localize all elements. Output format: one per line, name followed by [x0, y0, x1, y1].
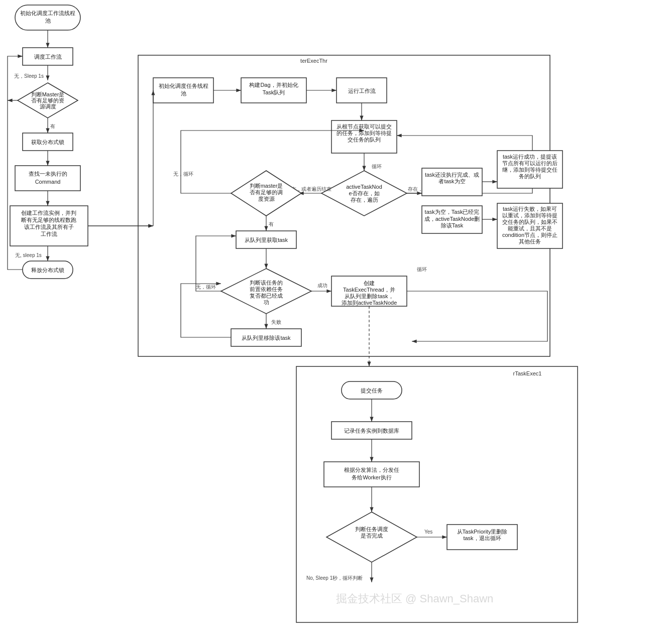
node-build-dag2: Task队列: [263, 89, 285, 95]
node-task-success4: 务的队列: [519, 173, 541, 179]
node-get-submittable: 从根节点获取可以提交: [337, 123, 392, 130]
svg-rect-43: [296, 366, 578, 622]
node-init-task-pool2: 池: [181, 90, 186, 96]
node-task-success: task运行成功，提提该: [503, 154, 557, 160]
node-task-empty2: 成，activeTaskNode删: [424, 216, 480, 222]
label-fail: 失败: [271, 319, 281, 325]
node-init-pool-label: 初始化调度工作流线程: [20, 10, 75, 16]
node-create-task-exec: 创建: [364, 280, 375, 286]
node-task-success2: 节点所有可以运行的后: [502, 160, 557, 166]
node-diamond-active3: 存在，遍历: [351, 197, 378, 203]
node-judge-deps2: 前置依赖任务: [250, 286, 283, 292]
node-task-fail5: condition节点，则停止: [502, 232, 557, 238]
label-yes-master: 有: [269, 221, 274, 227]
node-build-dag: 构建Dag，并初始化: [249, 82, 298, 88]
node-run-workflow: 运行工作流: [348, 88, 376, 94]
node-find-command2: Command: [35, 179, 61, 185]
node-create-task-exec3: 从队列里删除task，: [345, 293, 393, 299]
node-judge-master2c: 度资源: [258, 196, 275, 202]
node-get-lock: 获取分布式锁: [31, 139, 64, 145]
node-get-submittable2: 的任务，添加到等待提: [337, 130, 392, 136]
node-create-wf3: 该工作流及其所有子: [24, 224, 74, 230]
node-judge-master3: 源调度: [40, 103, 56, 109]
label-loop1: 循环: [372, 164, 382, 169]
watermark: 掘金技术社区 @ Shawn_Shawn: [336, 592, 493, 605]
node-task-not-done: task还没执行完成、或: [425, 172, 479, 178]
node-task-fail6: 其他任务: [519, 238, 541, 244]
node-judge-master2b: 否有足够的调: [250, 189, 283, 195]
node-judge-master2: 否有足够的资: [31, 97, 64, 103]
label-yes2: Yes: [424, 529, 432, 535]
node-task-not-done2: 者task为空: [438, 178, 465, 184]
node-create-task-exec4: 添加到activeTaskNode: [342, 300, 397, 306]
node-schedule-workflow: 调度工作流: [34, 54, 62, 60]
node-task-fail2: 以重试，添加到等待提: [502, 212, 557, 218]
node-judge-master: 判断Master是: [31, 91, 65, 97]
node-create-wf: 创建工作流实例，并判: [21, 210, 76, 216]
node-create-task-exec2: TaskExecThread，并: [343, 287, 395, 293]
node-init-task-pool: 初始化调度任务线程: [159, 83, 208, 89]
node-judge-complete: 判断任务调度: [355, 526, 388, 532]
node-create-wf4: 工作流: [41, 231, 57, 237]
node-judge-master2: 判断master是: [250, 183, 283, 189]
label-task-exec-thread: rTaskExec1: [513, 370, 542, 376]
node-task-fail3: 交任务的队列，如果不: [502, 219, 557, 225]
node-diamond-active2: e否存在，如: [349, 190, 379, 196]
node-record-task: 记录任务实例到数据库: [344, 428, 399, 434]
node-get-task-queue: 从队列里获取task: [245, 237, 288, 243]
node-release-lock: 释放分布式锁: [31, 267, 64, 273]
node-remove-task: 从队列里移除该task: [242, 335, 291, 341]
node-get-submittable3: 交任务的队列: [348, 137, 381, 143]
node-task-empty3: 除该Task: [441, 222, 464, 228]
node-task-fail: task运行失败，如果可: [503, 206, 557, 212]
node-task-success3: 继，添加到等待提交任: [502, 167, 557, 173]
node-task-fail4: 能重试，且其不是: [508, 225, 552, 231]
node-judge-complete2: 是否完成: [361, 533, 383, 539]
node-submit-task: 提交任务: [361, 388, 383, 394]
svg-rect-10: [15, 166, 80, 191]
label-no-sleep3: No, Sleep 1秒，循环判断: [306, 575, 363, 581]
diagram-container: 初始化调度工作流线程 池 调度工作流 无，Sleep 1s 判断Master是 …: [0, 0, 672, 643]
node-delete-task-priority: 从TaskPriority里删除: [457, 529, 508, 535]
node-find-command: 查找一未执行的: [29, 171, 67, 177]
node-init-pool-label2: 池: [45, 18, 51, 24]
node-judge-deps4: 功: [264, 299, 269, 305]
label-no-sleep1: 无，Sleep 1s: [14, 73, 44, 79]
label-yes1: 有: [50, 123, 55, 129]
label-loop-bottom: 循环: [417, 267, 427, 272]
node-diamond-active: activeTaskNod: [346, 184, 382, 190]
node-delete-task-priority2: task，退出循环: [463, 535, 501, 541]
node-judge-deps3: 复否都已经成: [250, 293, 283, 299]
node-dispatch-task2: 务给Worker执行: [352, 474, 391, 480]
label-success: 成功: [317, 283, 327, 288]
label-no-loop: 无，循环: [196, 284, 216, 290]
label-inter-exec: terExecThr: [300, 58, 327, 64]
node-create-wf2: 断有无足够的线程数跑: [21, 217, 76, 223]
node-judge-deps: 判断该任务的: [250, 280, 283, 286]
label-no-sleep2: 无, sleep 1s: [15, 252, 42, 258]
label-loop-master: 无，循环: [173, 171, 193, 177]
node-task-empty: task为空，Task已经完: [425, 209, 480, 215]
node-dispatch-task: 根据分发算法，分发任: [344, 467, 399, 473]
